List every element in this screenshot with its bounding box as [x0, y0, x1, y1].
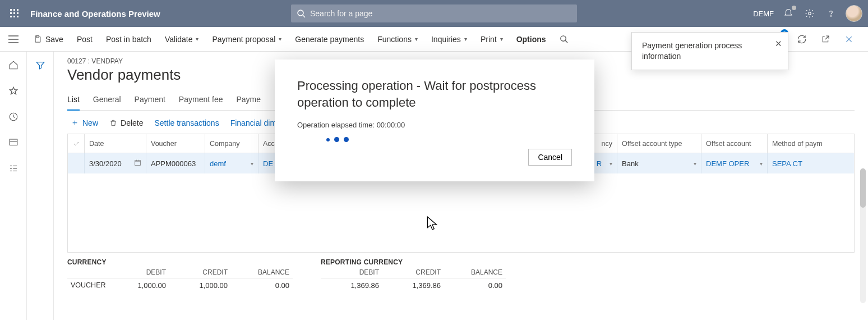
svg-rect-2	[17, 9, 19, 11]
grid-select-all[interactable]	[68, 134, 85, 153]
search-container	[291, 4, 577, 22]
svg-line-10	[303, 15, 305, 17]
company-indicator[interactable]: DEMF	[753, 10, 774, 18]
row-checkbox[interactable]	[68, 153, 85, 173]
settle-transactions-button[interactable]: Settle transactions	[154, 118, 219, 127]
search-input[interactable]	[291, 4, 577, 22]
svg-rect-1	[13, 9, 15, 11]
help-icon[interactable]	[824, 7, 838, 20]
svg-point-11	[809, 12, 811, 15]
cell-date[interactable]: 3/30/2020	[85, 153, 146, 173]
tab-payment-fee[interactable]: Payment fee	[179, 92, 223, 110]
generate-payments-button[interactable]: Generate payments	[288, 27, 371, 52]
cell-company[interactable]: demf▾	[205, 153, 258, 173]
post-button[interactable]: Post	[70, 27, 99, 52]
col-offset-type[interactable]: Offset account type	[617, 134, 701, 153]
trash-icon	[109, 119, 117, 127]
notification-dot	[792, 6, 796, 10]
grid-empty-area	[68, 173, 854, 252]
cell-method[interactable]: SEPA CT	[768, 153, 841, 173]
popout-icon[interactable]	[816, 30, 834, 48]
home-icon[interactable]	[7, 58, 20, 72]
vertical-scrollbar[interactable]	[860, 168, 866, 303]
sum-row-voucher: VOUCHER	[67, 278, 108, 292]
filter-pane	[27, 52, 54, 320]
close-icon[interactable]: ✕	[775, 38, 782, 49]
modules-icon[interactable]	[7, 162, 20, 175]
svg-rect-22	[10, 139, 17, 145]
svg-rect-0	[10, 9, 12, 11]
avatar[interactable]	[846, 5, 862, 22]
sum-balance-value: 0.00	[231, 278, 293, 292]
sum-credit-value: 1,369.86	[382, 278, 444, 292]
workspace-icon[interactable]	[7, 136, 20, 149]
recent-icon[interactable]	[7, 110, 20, 124]
svg-rect-3	[10, 12, 12, 14]
col-company[interactable]: Company	[205, 134, 258, 153]
svg-rect-16	[36, 36, 39, 38]
modal-elapsed-time: Operation elapsed time: 00:00:00	[297, 121, 572, 129]
col-date[interactable]: Date	[85, 134, 146, 153]
sum-debit-value: 1,000.00	[108, 278, 169, 292]
inquiries-button[interactable]: Inquiries▾	[424, 27, 474, 52]
close-icon[interactable]	[840, 30, 858, 48]
tab-payment-extra[interactable]: Payme	[236, 92, 261, 110]
new-button[interactable]: ＋New	[71, 117, 98, 128]
chevron-down-icon: ▾	[196, 36, 198, 42]
toast-notification: Payment generation process information ✕	[631, 32, 788, 70]
save-button[interactable]: Save	[27, 27, 70, 52]
chevron-down-icon[interactable]: ▾	[694, 161, 696, 167]
cell-offset-account[interactable]: DEMF OPER▾	[701, 153, 768, 173]
tab-list[interactable]: List	[67, 92, 80, 111]
chevron-down-icon: ▾	[464, 36, 467, 42]
scrollbar-thumb[interactable]	[860, 168, 866, 208]
svg-point-9	[298, 10, 303, 16]
financial-dimensions-button[interactable]: Financial dime	[230, 118, 281, 127]
plus-icon: ＋	[71, 117, 79, 128]
tab-general[interactable]: General	[93, 92, 121, 110]
options-button[interactable]: Options	[510, 27, 553, 52]
cell-offset-type[interactable]: Bank▾	[617, 153, 701, 173]
functions-button[interactable]: Functions▾	[371, 27, 424, 52]
modal-title: Processing operation - Wait for postproc…	[297, 77, 572, 111]
hamburger-icon[interactable]	[0, 27, 27, 52]
chevron-down-icon[interactable]: ▾	[251, 161, 253, 167]
col-offset-account[interactable]: Offset account	[701, 134, 768, 153]
calendar-icon[interactable]	[134, 159, 141, 168]
print-button[interactable]: Print▾	[474, 27, 510, 52]
reporting-currency-summary: REPORTING CURRENCY DEBIT CREDIT BALANCE …	[321, 258, 506, 292]
currency-summary-title: CURRENCY	[67, 258, 293, 266]
sum-debit-header: DEBIT	[321, 266, 382, 278]
cancel-button[interactable]: Cancel	[528, 149, 572, 166]
bell-icon[interactable]	[782, 7, 795, 20]
chevron-down-icon: ▾	[415, 36, 418, 42]
sum-debit-value: 1,369.86	[321, 278, 382, 292]
validate-button[interactable]: Validate▾	[158, 27, 206, 52]
col-voucher[interactable]: Voucher	[146, 134, 205, 153]
svg-rect-4	[13, 12, 15, 14]
svg-point-17	[560, 36, 565, 41]
svg-rect-8	[17, 16, 19, 17]
left-rail	[0, 52, 27, 320]
svg-line-18	[565, 40, 567, 43]
currency-summary: CURRENCY DEBIT CREDIT BALANCE VOUCHER 1,…	[67, 258, 293, 292]
star-icon[interactable]	[7, 84, 20, 98]
chevron-down-icon[interactable]: ▾	[610, 161, 612, 167]
cell-voucher[interactable]: APPM000063	[146, 153, 205, 173]
summary-section: CURRENCY DEBIT CREDIT BALANCE VOUCHER 1,…	[67, 258, 855, 292]
tab-payment[interactable]: Payment	[135, 92, 165, 110]
sum-debit-header: DEBIT	[108, 266, 169, 278]
refresh-icon[interactable]	[793, 30, 811, 48]
loading-indicator	[326, 137, 572, 142]
chevron-down-icon[interactable]: ▾	[760, 161, 763, 167]
col-method[interactable]: Method of paym	[768, 134, 841, 153]
find-button[interactable]	[553, 27, 575, 52]
svg-rect-30	[135, 161, 141, 166]
app-launcher-icon[interactable]	[6, 4, 24, 22]
payment-proposal-button[interactable]: Payment proposal▾	[205, 27, 288, 52]
gear-icon[interactable]	[803, 7, 816, 20]
filter-icon[interactable]	[34, 58, 47, 72]
app-title: Finance and Operations Preview	[30, 9, 160, 19]
post-in-batch-button[interactable]: Post in batch	[99, 27, 158, 52]
delete-button[interactable]: Delete	[109, 118, 143, 127]
